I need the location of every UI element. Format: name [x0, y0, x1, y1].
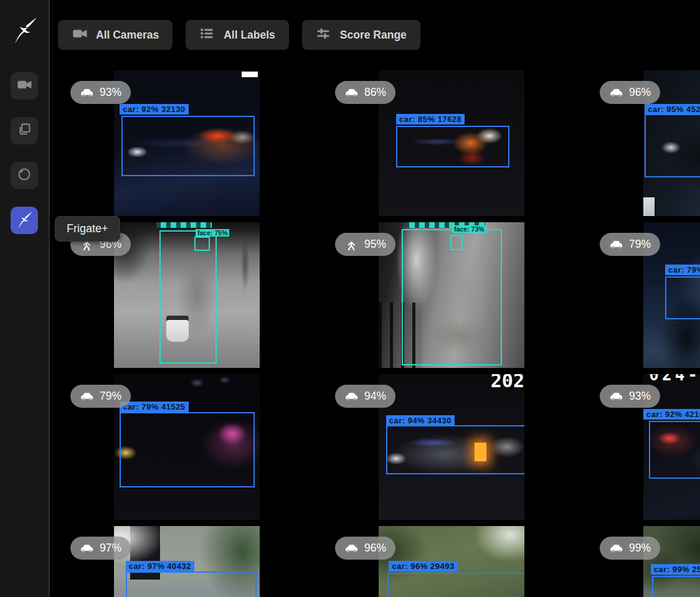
- frigate-logo: [10, 15, 39, 44]
- detection-snapshot[interactable]: 202 car: 94% 34430: [379, 374, 524, 520]
- detection-snapshot[interactable]: car: 79% 41525: [114, 374, 260, 520]
- score-value: 93%: [629, 390, 651, 403]
- detection-label-strip: [156, 222, 212, 228]
- sidebar-item-live[interactable]: [11, 72, 38, 100]
- camera-timestamp: 024-00-0: [649, 374, 700, 384]
- all-cameras-button[interactable]: All Cameras: [58, 20, 173, 50]
- car-icon: [344, 85, 359, 100]
- score-value: 94%: [364, 390, 386, 403]
- bounding-box: [396, 126, 509, 167]
- bounding-box: [120, 412, 255, 487]
- camera-icon: [16, 77, 32, 95]
- detection-card[interactable]: 93% car: 92% 32130: [62, 70, 322, 216]
- car-icon: [609, 85, 623, 100]
- all-labels-button[interactable]: All Labels: [186, 20, 289, 50]
- sliders-icon: [316, 26, 332, 45]
- bounding-box: [649, 421, 700, 479]
- sidebar-item-review[interactable]: [11, 117, 38, 144]
- car-icon: [80, 541, 94, 555]
- car-icon: [80, 389, 94, 403]
- score-badge: 99%: [600, 537, 660, 560]
- bounding-box: [159, 230, 217, 364]
- detection-card[interactable]: 97% car: 97% 40432: [62, 526, 322, 597]
- detection-snapshot[interactable]: car: 97% 40432: [114, 526, 260, 597]
- bounding-box: [387, 573, 524, 597]
- bounding-box-label: car: 94% 34430: [386, 415, 455, 426]
- bounding-box-label: car: 92% 32130: [120, 104, 188, 115]
- face-box-label: face: 75%: [196, 229, 229, 237]
- score-value: 93%: [100, 86, 121, 99]
- score-value: 97%: [100, 542, 121, 555]
- filter-bar: All Cameras All Labels Score Range: [58, 20, 420, 50]
- bounding-box: [645, 114, 700, 177]
- bounding-box-label: car: 95% 45260: [645, 104, 700, 115]
- car-icon: [609, 237, 623, 251]
- sidebar-item-export[interactable]: [11, 162, 38, 189]
- score-range-label: Score Range: [340, 29, 407, 42]
- person-icon: [344, 237, 359, 251]
- bounding-box: [665, 276, 700, 320]
- score-badge: 79%: [70, 385, 131, 408]
- bounding-box-label: car: 79% 41525: [120, 402, 188, 412]
- sidebar-item-frigate-plus[interactable]: [11, 207, 38, 234]
- score-value: 99%: [629, 542, 651, 555]
- detection-snapshot[interactable]: car: 92% 32130: [114, 70, 260, 216]
- car-icon: [80, 85, 94, 100]
- score-badge: 86%: [335, 81, 395, 104]
- bounding-box-label: car: 99% 25: [651, 564, 700, 575]
- car-icon: [344, 389, 359, 403]
- detection-snapshot[interactable]: face: 73%: [379, 222, 524, 368]
- camera-timestamp: 202: [491, 374, 524, 392]
- detection-card[interactable]: 94% 202 car: 94% 34430: [327, 374, 587, 520]
- bounding-box-label: car: 96% 29493: [389, 561, 457, 571]
- detection-card[interactable]: 79% car: 79% 41525: [62, 374, 322, 520]
- detection-card[interactable]: 79% car: 79%: [592, 222, 700, 368]
- score-badge: 93%: [70, 81, 131, 104]
- score-value: 95%: [364, 238, 386, 251]
- score-badge: 79%: [600, 233, 660, 256]
- detection-snapshot[interactable]: car: 85% 17628: [379, 70, 524, 216]
- camera-icon: [72, 26, 88, 45]
- bounding-box: [402, 229, 502, 365]
- detection-card[interactable]: 96% face: 75%: [62, 222, 322, 368]
- car-icon: [344, 541, 359, 555]
- all-labels-label: All Labels: [224, 29, 275, 42]
- score-badge: 96%: [600, 81, 660, 104]
- bounding-box: [121, 116, 255, 177]
- sidebar: [0, 0, 50, 597]
- detection-card[interactable]: 96% car: 95% 45260: [592, 70, 700, 216]
- score-badge: 97%: [70, 537, 131, 560]
- bounding-box-label: car: 97% 40432: [126, 561, 194, 571]
- score-badge: 96%: [335, 537, 395, 560]
- bird-icon: [16, 211, 32, 230]
- score-value: 96%: [629, 86, 651, 99]
- detection-snapshot[interactable]: face: 75%: [114, 222, 260, 368]
- score-badge: 94%: [335, 385, 395, 408]
- score-value: 79%: [100, 390, 121, 403]
- bounding-box: [126, 571, 257, 597]
- score-value: 79%: [629, 238, 651, 251]
- detection-card[interactable]: 99% car: 99% 25: [592, 526, 700, 597]
- face-box-label: face: 73%: [452, 225, 486, 233]
- labels-icon: [199, 26, 215, 45]
- export-icon: [16, 166, 32, 185]
- score-badge: 95%: [335, 233, 395, 256]
- detection-card[interactable]: 86% car: 85% 17628: [327, 70, 587, 216]
- bounding-box-label: car: 92% 4216: [643, 409, 700, 420]
- all-cameras-label: All Cameras: [96, 29, 159, 42]
- review-icon: [16, 121, 32, 140]
- score-range-button[interactable]: Score Range: [302, 20, 420, 50]
- score-badge: 93%: [600, 385, 660, 408]
- detection-card[interactable]: 96% car: 96% 29493: [327, 526, 587, 597]
- frigate-plus-tooltip: Frigate+: [55, 216, 120, 242]
- detection-card[interactable]: 95% face: 73%: [327, 222, 587, 368]
- sidebar-nav: [11, 72, 38, 234]
- bounding-box-label: car: 79%: [665, 265, 700, 275]
- bounding-box: [652, 576, 700, 597]
- detection-card[interactable]: 93% 024-00-0 car: 92% 4216: [592, 374, 700, 520]
- frigate-plus-page: { "app": { "tooltip": "Frigate+" }, "col…: [0, 0, 700, 597]
- car-icon: [609, 541, 623, 555]
- bounding-box: [386, 425, 524, 474]
- car-icon: [609, 389, 623, 403]
- detection-snapshot[interactable]: car: 96% 29493: [379, 526, 524, 597]
